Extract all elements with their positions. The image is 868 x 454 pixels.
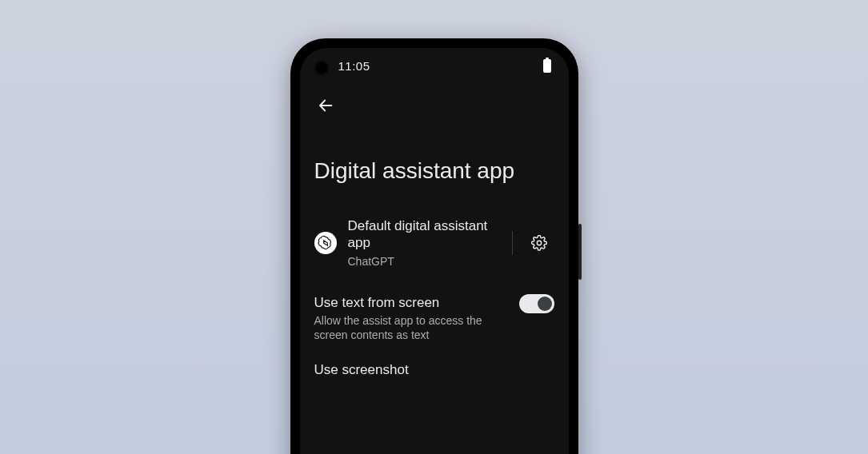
- default-assistant-value: ChatGPT: [348, 254, 496, 269]
- use-screenshot-row[interactable]: Use screenshot: [300, 350, 569, 389]
- svg-point-1: [537, 241, 541, 245]
- arrow-back-icon: [317, 97, 334, 114]
- battery-icon: [543, 59, 551, 73]
- camera-punch-hole: [314, 61, 329, 75]
- divider-vertical: [512, 231, 513, 255]
- back-button[interactable]: [311, 91, 340, 120]
- phone-screen: 11:05 Digital assistant app Default digi…: [300, 48, 569, 454]
- use-screenshot-text: Use screenshot: [314, 361, 554, 378]
- default-assistant-text: Default digital assistant app ChatGPT: [348, 217, 501, 269]
- use-text-toggle[interactable]: [519, 294, 554, 313]
- power-button: [578, 224, 582, 280]
- toggle-knob: [538, 297, 552, 311]
- use-text-text: Use text from screen Allow the assist ap…: [314, 294, 508, 343]
- page-title: Digital assistant app: [300, 120, 569, 206]
- assistant-settings-button[interactable]: [524, 228, 554, 258]
- use-text-from-screen-row[interactable]: Use text from screen Allow the assist ap…: [300, 280, 569, 351]
- use-screenshot-label: Use screenshot: [314, 361, 550, 378]
- gear-icon: [531, 235, 547, 251]
- use-text-description: Allow the assist app to access the scree…: [314, 313, 497, 342]
- default-assistant-label: Default digital assistant app: [348, 217, 496, 252]
- chatgpt-app-icon: [314, 232, 337, 254]
- status-time: 11:05: [338, 59, 370, 73]
- top-app-bar: [300, 83, 569, 120]
- status-bar: 11:05: [300, 48, 569, 83]
- default-assistant-row[interactable]: Default digital assistant app ChatGPT: [300, 206, 569, 280]
- use-text-label: Use text from screen: [314, 294, 497, 311]
- openai-knot-icon: [318, 235, 334, 251]
- phone-frame: 11:05 Digital assistant app Default digi…: [290, 38, 578, 454]
